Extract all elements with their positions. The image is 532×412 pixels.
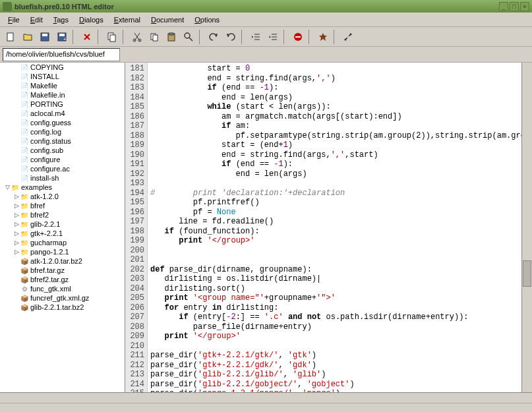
save-button[interactable] <box>37 29 53 45</box>
code-line[interactable]: parse_dir('glib-2.2.1/gobject/', 'gobjec… <box>150 380 519 390</box>
code-line[interactable]: print '<group name="'+groupname+'">' <box>150 293 519 303</box>
expand-icon[interactable]: ▷ <box>13 193 20 200</box>
code-line[interactable]: parse_dir('gtk+-2.2.1/gtk/', 'gtk') <box>150 351 519 361</box>
tree-item[interactable]: ▷bfref2 <box>0 210 125 220</box>
expand-icon[interactable]: ▷ <box>13 239 20 246</box>
cut-button[interactable] <box>129 29 145 45</box>
tree-item[interactable]: ▷gtk+-2.2.1 <box>0 229 125 238</box>
code-line[interactable]: if (entry[-2:] == '.c' and not os.path.i… <box>150 312 519 322</box>
tree-item[interactable]: COPYING <box>0 63 125 72</box>
menu-document[interactable]: Document <box>146 15 189 25</box>
code-line[interactable] <box>150 246 519 256</box>
code-line[interactable]: # print 'declaration:'+declaration <box>150 189 519 198</box>
file-tree-sidebar[interactable]: COPYINGINSTALLMakefileMakefile.inPORTING… <box>0 63 125 392</box>
copy-button[interactable] <box>104 29 120 45</box>
code-line[interactable]: am = argmatch.match(args[(start):end]) <box>150 112 519 122</box>
code-line[interactable]: parse_dir('glib-2.2.1/glib/', 'glib') <box>150 370 519 380</box>
unindent-button[interactable] <box>248 29 264 45</box>
vertical-scrollbar[interactable] <box>521 63 532 392</box>
expand-icon[interactable]: ▷ <box>13 212 20 218</box>
close-button[interactable]: × <box>520 2 529 11</box>
code-area[interactable]: start = 0 end = string.find(args,',') if… <box>148 63 521 392</box>
menu-tags[interactable]: Tags <box>48 15 74 25</box>
search-button[interactable] <box>181 29 196 45</box>
redo-button[interactable] <box>223 29 239 45</box>
code-line[interactable]: parse_dir('gtk+-2.2.1/gdk/', 'gdk') <box>150 361 519 370</box>
code-line[interactable]: dirlisting = os.listdir(dirname)| <box>150 274 519 284</box>
minimize-button[interactable]: _ <box>499 2 508 11</box>
tree-item[interactable]: INSTALL <box>0 72 125 81</box>
horizontal-scrollbar[interactable] <box>0 392 532 403</box>
code-line[interactable]: parse_dir('pango-1.2.1/pango/', 'pango') <box>150 389 519 392</box>
tree-item[interactable]: aclocal.m4 <box>0 109 125 118</box>
menu-file[interactable]: File <box>3 15 25 25</box>
tree-item[interactable]: ▷bfref <box>0 201 125 210</box>
code-editor[interactable]: 1811821831841851861871881891901911921931… <box>125 63 532 392</box>
code-line[interactable]: start = 0 <box>150 64 519 74</box>
expand-icon[interactable]: ▷ <box>13 202 20 209</box>
tree-item[interactable]: ▷glib-2.2.1 <box>0 220 125 229</box>
code-line[interactable] <box>150 255 519 265</box>
code-line[interactable]: if am: <box>150 121 519 131</box>
tree-item[interactable]: ▷atk-1.2.0 <box>0 192 125 201</box>
menu-dialogs[interactable]: Dialogs <box>74 15 109 25</box>
code-line[interactable]: end = len(args) <box>150 169 519 179</box>
code-line[interactable]: for entry in dirlisting: <box>150 303 519 313</box>
code-line[interactable]: if (end == -1): <box>150 83 519 93</box>
code-line[interactable]: start = (end+1) <box>150 140 519 150</box>
tree-item[interactable]: Makefile.in <box>0 90 125 100</box>
code-line[interactable]: pf = None <box>150 208 519 218</box>
expand-icon[interactable]: ▷ <box>13 230 20 237</box>
code-line[interactable] <box>150 179 519 189</box>
paste-button[interactable] <box>163 29 179 45</box>
code-line[interactable]: line = fd.readline() <box>150 217 519 227</box>
open-file-button[interactable] <box>20 29 36 45</box>
tree-item[interactable]: config.status <box>0 136 125 146</box>
stop-button[interactable] <box>290 29 306 45</box>
expand-icon[interactable]: ▷ <box>13 221 20 227</box>
code-line[interactable]: parse_file(dirname+entry) <box>150 322 519 332</box>
code-line[interactable]: end = string.find(args,',',start) <box>150 150 519 160</box>
save-as-button[interactable]: + <box>54 29 70 45</box>
code-line[interactable]: end = string.find(args,',') <box>150 74 519 84</box>
indent-button[interactable] <box>265 29 281 45</box>
code-line[interactable]: end = len(args) <box>150 93 519 103</box>
tree-item[interactable]: config.guess <box>0 118 125 127</box>
tree-item[interactable]: ▷pango-1.2.1 <box>0 247 125 256</box>
code-line[interactable] <box>150 341 519 351</box>
code-line[interactable]: print '</group>' <box>150 236 519 246</box>
code-line[interactable]: pf.printfref() <box>150 198 519 208</box>
expand-icon[interactable]: ▷ <box>13 249 20 255</box>
menu-external[interactable]: External <box>109 15 146 25</box>
undo-button[interactable] <box>206 29 222 45</box>
code-line[interactable]: pf.setparamtype(string.strip(am.group(2)… <box>150 131 519 141</box>
tree-item[interactable]: config.log <box>0 127 125 136</box>
tree-item[interactable]: PORTING <box>0 100 125 109</box>
menu-options[interactable]: Options <box>189 15 225 25</box>
code-line[interactable]: dirlisting.sort() <box>150 284 519 294</box>
tree-item[interactable]: configure.ac <box>0 164 125 173</box>
code-line[interactable]: if (found_function): <box>150 227 519 237</box>
tree-item[interactable]: glib-2.2.1.tar.bz2 <box>0 303 125 312</box>
scrollbar-thumb[interactable] <box>523 260 531 287</box>
code-line[interactable]: while (start < len(args)): <box>150 102 519 112</box>
expand-icon[interactable]: ▽ <box>4 184 11 191</box>
code-line[interactable]: def parse_dir(dirname, groupname): <box>150 265 519 275</box>
maximize-button[interactable]: □ <box>510 2 519 11</box>
tree-item[interactable]: Makefile <box>0 81 125 90</box>
close-file-button[interactable] <box>79 29 95 45</box>
tree-item[interactable]: bfref.tar.gz <box>0 266 125 275</box>
copy2-button[interactable] <box>146 29 162 45</box>
tree-item[interactable]: configure <box>0 155 125 164</box>
code-line[interactable]: if (end == -1): <box>150 160 519 169</box>
tree-item[interactable]: func_gtk.xml <box>0 284 125 293</box>
path-input[interactable]: /home/olivier/bluefish/cvs/bluef <box>3 48 120 61</box>
tree-item[interactable]: install-sh <box>0 173 125 183</box>
tree-item[interactable]: funcref_gtk.xml.gz <box>0 293 125 303</box>
bookmark-button[interactable] <box>315 29 331 45</box>
tree-item[interactable]: atk-1.2.0.tar.bz2 <box>0 256 125 266</box>
tree-item[interactable]: bfref2.tar.gz <box>0 275 125 284</box>
preferences-button[interactable] <box>340 29 356 45</box>
tree-item[interactable]: ▷gucharmap <box>0 238 125 247</box>
new-file-button[interactable] <box>3 29 18 45</box>
